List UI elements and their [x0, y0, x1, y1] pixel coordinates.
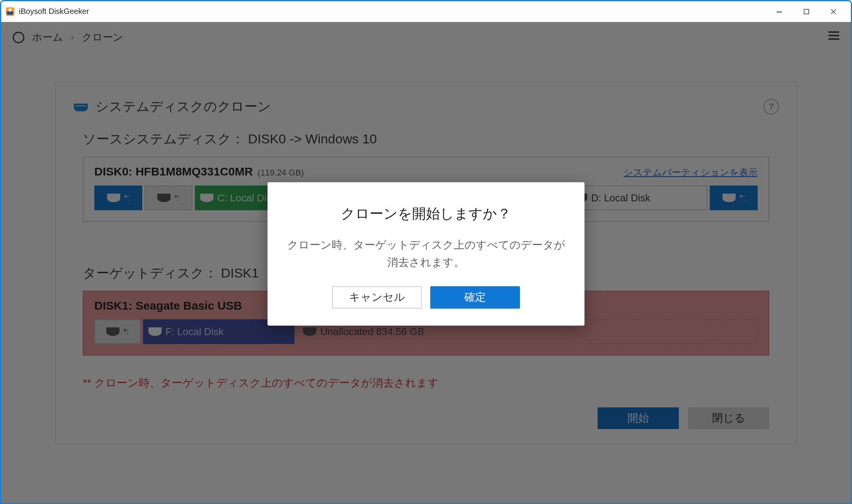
client-area: ホーム › クローン システムディスクのクローン ? ソースシステムディスク： … [1, 22, 851, 503]
maximize-icon [804, 9, 809, 14]
dialog-buttons: キャンセル 確定 [287, 286, 565, 308]
minimize-button[interactable] [766, 2, 793, 21]
app-window: iBoysoft DiskGeeker ホーム › クローン システムディス [0, 0, 852, 504]
maximize-button[interactable] [793, 2, 820, 21]
svg-rect-1 [7, 11, 13, 15]
close-window-button[interactable] [820, 2, 847, 21]
dialog-message: クローン時、ターゲットディスク上のすべてのデータが消去されます。 [287, 237, 565, 271]
svg-rect-4 [804, 9, 809, 14]
confirm-button[interactable]: 確定 [430, 286, 520, 308]
dialog-title: クローンを開始しますか？ [287, 204, 565, 223]
svg-point-2 [9, 9, 12, 12]
close-icon [830, 9, 837, 15]
confirm-clone-dialog: クローンを開始しますか？ クローン時、ターゲットディスク上のすべてのデータが消去… [268, 182, 584, 325]
minimize-icon [776, 9, 782, 15]
cancel-button[interactable]: キャンセル [332, 286, 422, 308]
titlebar: iBoysoft DiskGeeker [1, 1, 851, 22]
svg-rect-3 [777, 12, 782, 12]
app-icon [5, 7, 15, 17]
app-title: iBoysoft DiskGeeker [19, 7, 89, 16]
